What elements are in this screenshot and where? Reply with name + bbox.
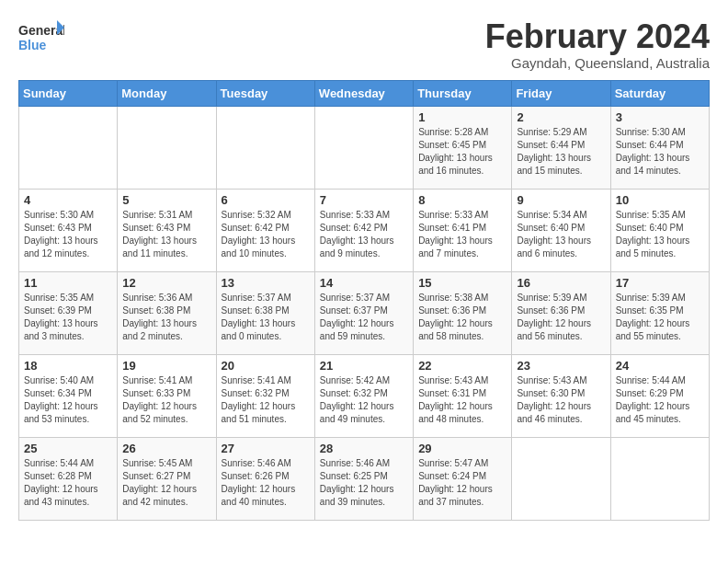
calendar-cell: 4Sunrise: 5:30 AMSunset: 6:43 PMDaylight… xyxy=(19,189,118,271)
title-block: February 2024 Gayndah, Queensland, Austr… xyxy=(485,18,710,71)
day-info: Sunrise: 5:38 AMSunset: 6:36 PMDaylight:… xyxy=(418,292,506,343)
calendar-week-row: 4Sunrise: 5:30 AMSunset: 6:43 PMDaylight… xyxy=(19,189,710,271)
day-number: 16 xyxy=(517,276,605,290)
logo: General Blue xyxy=(18,18,64,57)
day-info: Sunrise: 5:39 AMSunset: 6:35 PMDaylight:… xyxy=(616,292,704,343)
calendar-cell: 28Sunrise: 5:46 AMSunset: 6:25 PMDayligh… xyxy=(314,437,413,520)
calendar-header-row: SundayMondayTuesdayWednesdayThursdayFrid… xyxy=(19,80,710,106)
calendar-cell: 22Sunrise: 5:43 AMSunset: 6:31 PMDayligh… xyxy=(414,354,512,437)
header-cell-tuesday: Tuesday xyxy=(216,80,314,106)
day-info: Sunrise: 5:43 AMSunset: 6:31 PMDaylight:… xyxy=(418,374,506,426)
calendar-cell xyxy=(610,437,709,520)
calendar-cell: 1Sunrise: 5:28 AMSunset: 6:45 PMDaylight… xyxy=(414,106,512,189)
day-info: Sunrise: 5:35 AMSunset: 6:40 PMDaylight:… xyxy=(616,209,704,260)
day-info: Sunrise: 5:30 AMSunset: 6:43 PMDaylight:… xyxy=(24,209,112,260)
day-number: 2 xyxy=(517,110,605,124)
calendar-cell: 21Sunrise: 5:42 AMSunset: 6:32 PMDayligh… xyxy=(314,354,413,437)
day-info: Sunrise: 5:36 AMSunset: 6:38 PMDaylight:… xyxy=(122,292,210,343)
calendar-week-row: 25Sunrise: 5:44 AMSunset: 6:28 PMDayligh… xyxy=(19,437,710,520)
day-number: 7 xyxy=(320,193,408,207)
calendar-cell: 16Sunrise: 5:39 AMSunset: 6:36 PMDayligh… xyxy=(512,271,610,354)
calendar-week-row: 18Sunrise: 5:40 AMSunset: 6:34 PMDayligh… xyxy=(19,354,710,437)
calendar-cell: 12Sunrise: 5:36 AMSunset: 6:38 PMDayligh… xyxy=(118,271,216,354)
header-cell-thursday: Thursday xyxy=(414,80,512,106)
calendar-cell: 3Sunrise: 5:30 AMSunset: 6:44 PMDaylight… xyxy=(610,106,709,189)
day-info: Sunrise: 5:46 AMSunset: 6:25 PMDaylight:… xyxy=(320,457,408,509)
day-number: 15 xyxy=(418,276,506,290)
day-number: 28 xyxy=(320,442,408,455)
location-subtitle: Gayndah, Queensland, Australia xyxy=(485,55,710,71)
day-number: 25 xyxy=(24,442,112,455)
day-number: 6 xyxy=(222,193,310,207)
day-info: Sunrise: 5:37 AMSunset: 6:38 PMDaylight:… xyxy=(222,292,310,343)
day-info: Sunrise: 5:31 AMSunset: 6:43 PMDaylight:… xyxy=(122,209,210,260)
day-number: 14 xyxy=(320,276,408,290)
day-number: 24 xyxy=(616,359,704,373)
day-info: Sunrise: 5:46 AMSunset: 6:26 PMDaylight:… xyxy=(222,457,310,509)
calendar-cell: 9Sunrise: 5:34 AMSunset: 6:40 PMDaylight… xyxy=(512,189,610,271)
month-title: February 2024 xyxy=(485,18,710,55)
day-info: Sunrise: 5:37 AMSunset: 6:37 PMDaylight:… xyxy=(320,292,408,343)
calendar-cell: 13Sunrise: 5:37 AMSunset: 6:38 PMDayligh… xyxy=(216,271,314,354)
day-info: Sunrise: 5:35 AMSunset: 6:39 PMDaylight:… xyxy=(24,292,112,343)
calendar-cell xyxy=(216,106,314,189)
day-number: 4 xyxy=(24,193,112,207)
day-info: Sunrise: 5:41 AMSunset: 6:33 PMDaylight:… xyxy=(122,374,210,426)
day-number: 27 xyxy=(222,442,310,455)
calendar-cell xyxy=(314,106,413,189)
day-number: 11 xyxy=(24,276,112,290)
calendar-cell: 8Sunrise: 5:33 AMSunset: 6:41 PMDaylight… xyxy=(414,189,512,271)
page-header: General Blue February 2024 Gayndah, Quee… xyxy=(18,18,710,71)
day-number: 23 xyxy=(517,359,605,373)
day-info: Sunrise: 5:32 AMSunset: 6:42 PMDaylight:… xyxy=(222,209,310,260)
day-info: Sunrise: 5:41 AMSunset: 6:32 PMDaylight:… xyxy=(222,374,310,426)
day-info: Sunrise: 5:28 AMSunset: 6:45 PMDaylight:… xyxy=(418,126,506,178)
day-info: Sunrise: 5:39 AMSunset: 6:36 PMDaylight:… xyxy=(517,292,605,343)
calendar-week-row: 11Sunrise: 5:35 AMSunset: 6:39 PMDayligh… xyxy=(19,271,710,354)
day-number: 5 xyxy=(122,193,210,207)
calendar-cell: 5Sunrise: 5:31 AMSunset: 6:43 PMDaylight… xyxy=(118,189,216,271)
day-info: Sunrise: 5:29 AMSunset: 6:44 PMDaylight:… xyxy=(517,126,605,178)
header-cell-wednesday: Wednesday xyxy=(314,80,413,106)
calendar-cell: 25Sunrise: 5:44 AMSunset: 6:28 PMDayligh… xyxy=(19,437,118,520)
day-info: Sunrise: 5:40 AMSunset: 6:34 PMDaylight:… xyxy=(24,374,112,426)
calendar-cell xyxy=(118,106,216,189)
calendar-cell: 14Sunrise: 5:37 AMSunset: 6:37 PMDayligh… xyxy=(314,271,413,354)
day-number: 29 xyxy=(418,442,506,455)
day-info: Sunrise: 5:44 AMSunset: 6:28 PMDaylight:… xyxy=(24,457,112,509)
calendar-cell xyxy=(512,437,610,520)
day-number: 17 xyxy=(616,276,704,290)
svg-text:Blue: Blue xyxy=(18,38,47,52)
calendar-cell: 15Sunrise: 5:38 AMSunset: 6:36 PMDayligh… xyxy=(414,271,512,354)
calendar-cell: 27Sunrise: 5:46 AMSunset: 6:26 PMDayligh… xyxy=(216,437,314,520)
calendar-cell: 10Sunrise: 5:35 AMSunset: 6:40 PMDayligh… xyxy=(610,189,709,271)
day-number: 21 xyxy=(320,359,408,373)
header-cell-monday: Monday xyxy=(118,80,216,106)
day-number: 8 xyxy=(418,193,506,207)
day-number: 3 xyxy=(616,110,704,124)
logo-svg: General Blue xyxy=(18,18,64,57)
calendar-cell: 6Sunrise: 5:32 AMSunset: 6:42 PMDaylight… xyxy=(216,189,314,271)
day-info: Sunrise: 5:42 AMSunset: 6:32 PMDaylight:… xyxy=(320,374,408,426)
day-info: Sunrise: 5:34 AMSunset: 6:40 PMDaylight:… xyxy=(517,209,605,260)
day-number: 26 xyxy=(122,442,210,455)
day-info: Sunrise: 5:33 AMSunset: 6:41 PMDaylight:… xyxy=(418,209,506,260)
calendar-cell: 19Sunrise: 5:41 AMSunset: 6:33 PMDayligh… xyxy=(118,354,216,437)
day-number: 18 xyxy=(24,359,112,373)
calendar-week-row: 1Sunrise: 5:28 AMSunset: 6:45 PMDaylight… xyxy=(19,106,710,189)
header-cell-saturday: Saturday xyxy=(610,80,709,106)
calendar-cell: 20Sunrise: 5:41 AMSunset: 6:32 PMDayligh… xyxy=(216,354,314,437)
day-info: Sunrise: 5:45 AMSunset: 6:27 PMDaylight:… xyxy=(122,457,210,509)
calendar-cell: 7Sunrise: 5:33 AMSunset: 6:42 PMDaylight… xyxy=(314,189,413,271)
calendar-cell: 18Sunrise: 5:40 AMSunset: 6:34 PMDayligh… xyxy=(19,354,118,437)
calendar-cell: 24Sunrise: 5:44 AMSunset: 6:29 PMDayligh… xyxy=(610,354,709,437)
day-number: 19 xyxy=(122,359,210,373)
day-number: 20 xyxy=(222,359,310,373)
calendar-cell: 26Sunrise: 5:45 AMSunset: 6:27 PMDayligh… xyxy=(118,437,216,520)
day-info: Sunrise: 5:30 AMSunset: 6:44 PMDaylight:… xyxy=(616,126,704,178)
header-cell-friday: Friday xyxy=(512,80,610,106)
day-number: 22 xyxy=(418,359,506,373)
day-info: Sunrise: 5:47 AMSunset: 6:24 PMDaylight:… xyxy=(418,457,506,509)
calendar-cell: 2Sunrise: 5:29 AMSunset: 6:44 PMDaylight… xyxy=(512,106,610,189)
day-info: Sunrise: 5:44 AMSunset: 6:29 PMDaylight:… xyxy=(616,374,704,426)
